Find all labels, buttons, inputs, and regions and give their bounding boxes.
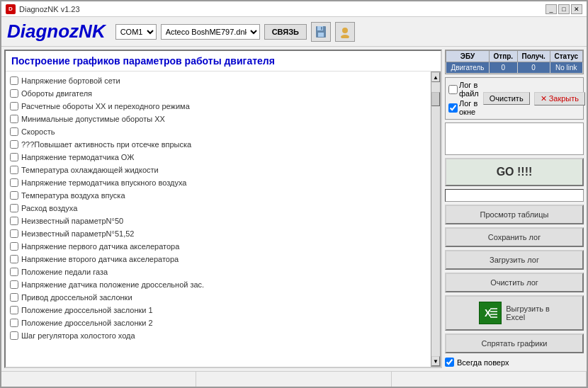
param-label-12: Неизвестный параметрN°51,52 xyxy=(21,229,134,238)
param-checkbox-7[interactable] xyxy=(10,166,18,174)
toolbar: DiagnozNK COM1 COM2 COM3 Acteco BoshME79… xyxy=(1,17,587,47)
excel-icon: X xyxy=(479,302,502,324)
title-bar: D DiagnozNK v1.23 _ □ ✕ xyxy=(1,1,587,17)
log-to-file-label: Лог в файл xyxy=(459,81,479,98)
maximize-button[interactable]: □ xyxy=(558,4,570,14)
param-label-7: Температура охлаждающей жидкости xyxy=(21,166,159,174)
checkbox-item: ???Повышает активность при отсечке впрыс… xyxy=(10,138,426,151)
ecu-name: Двигатель xyxy=(446,62,490,74)
param-checkbox-17[interactable] xyxy=(10,293,18,302)
param-label-2: Расчетные обороты ХХ и переходного режим… xyxy=(21,102,190,110)
checkbox-item: Напряжение первого датчика акселератора xyxy=(10,240,426,253)
param-label-6: Напряжение термодатчика ОЖ xyxy=(21,153,134,161)
log-controls: Лог в файл Лог в окне Очистить ✕ Закрыть xyxy=(445,77,584,120)
param-label-10: Расход воздуха xyxy=(21,204,77,212)
scroll-thumb[interactable] xyxy=(431,92,440,106)
log-to-file-checkbox-row: Лог в файл xyxy=(448,81,479,98)
received-col-header: Получ. xyxy=(517,51,550,62)
param-label-1: Обороты двигателя xyxy=(21,89,92,98)
ecu-data-table: ЭБУ Отпр. Получ. Статус Двигатель00No li… xyxy=(446,50,583,74)
go-button[interactable]: GO !!!! xyxy=(445,158,584,186)
param-label-20: Шаг регулятора холостого хода xyxy=(21,331,135,340)
param-checkbox-2[interactable] xyxy=(10,102,18,110)
log-to-window-checkbox[interactable] xyxy=(448,103,458,113)
close-window-button[interactable]: ✕ xyxy=(571,4,582,14)
main-area: Построение графиков параметров работы дв… xyxy=(1,47,587,371)
param-checkbox-3[interactable] xyxy=(10,115,18,123)
scrollbar-vertical[interactable]: ▲ ▼ xyxy=(431,72,441,367)
log-to-file-checkbox[interactable] xyxy=(448,85,458,94)
param-checkbox-6[interactable] xyxy=(10,153,18,161)
param-checkbox-16[interactable] xyxy=(10,280,18,289)
ecu-col-header: ЭБУ xyxy=(446,51,490,62)
checkbox-item: Напряжение термодатчика впускного воздух… xyxy=(10,176,426,189)
param-checkbox-15[interactable] xyxy=(10,268,18,276)
checkbox-item: Обороты двигателя xyxy=(10,87,426,100)
checkbox-item: Привод дроссельной заслонки xyxy=(10,291,426,304)
param-label-17: Привод дроссельной заслонки xyxy=(21,293,132,302)
svg-point-4 xyxy=(342,28,348,33)
checkbox-item: Напряжение термодатчика ОЖ xyxy=(10,151,426,164)
param-checkbox-14[interactable] xyxy=(10,255,18,263)
scroll-up-arrow[interactable]: ▲ xyxy=(431,72,440,82)
param-label-14: Напряжение второго датчика акселератора xyxy=(21,255,179,263)
main-window: D DiagnozNK v1.23 _ □ ✕ DiagnozNK COM1 C… xyxy=(0,0,588,388)
scroll-down-arrow[interactable]: ▼ xyxy=(431,356,440,366)
dnk-file-select[interactable]: Acteco BoshME797.dnk xyxy=(161,24,260,40)
always-on-top-label: Всегда поверх xyxy=(457,358,509,367)
svg-rect-2 xyxy=(318,33,324,37)
clear-log-inline-button[interactable]: Очистить xyxy=(483,92,530,105)
param-checkbox-0[interactable] xyxy=(10,76,18,85)
param-label-0: Напряжение бортовой сети xyxy=(21,76,120,85)
view-table-button[interactable]: Просмотр таблицы xyxy=(445,205,584,224)
param-checkbox-20[interactable] xyxy=(10,331,18,340)
close-button[interactable]: ✕ Закрыть xyxy=(534,92,585,105)
export-excel-button[interactable]: X Выгрузить вExcel xyxy=(445,295,584,331)
param-checkbox-11[interactable] xyxy=(10,217,18,225)
param-checkbox-8[interactable] xyxy=(10,178,18,187)
user-button[interactable] xyxy=(335,22,355,42)
checkbox-item: Положение дроссельной заслонки 2 xyxy=(10,316,426,329)
log-area xyxy=(445,122,584,155)
param-checkbox-1[interactable] xyxy=(10,89,18,98)
close-label: Закрыть xyxy=(549,94,579,103)
param-checkbox-10[interactable] xyxy=(10,204,18,212)
title-controls: _ □ ✕ xyxy=(545,4,582,14)
minimize-button[interactable]: _ xyxy=(545,4,557,14)
checkbox-item: Положение дроссельной заслонки 1 xyxy=(10,304,426,316)
ecu-table-row[interactable]: Двигатель00No link xyxy=(446,62,583,74)
status-item-1 xyxy=(1,372,196,387)
param-checkbox-9[interactable] xyxy=(10,191,18,200)
save-log-button[interactable]: Сохранить лог xyxy=(445,227,584,247)
sent-col-header: Отпр. xyxy=(489,51,517,62)
save-button[interactable] xyxy=(311,22,331,42)
param-label-16: Напряжение датчика положение дроссельной… xyxy=(21,280,204,289)
param-checkbox-19[interactable] xyxy=(10,319,18,327)
always-on-top-row: Всегда поверх xyxy=(445,356,584,368)
param-checkbox-5[interactable] xyxy=(10,140,18,149)
connect-button[interactable]: СВЯЗЬ xyxy=(264,24,307,40)
checkbox-item: Минимальные допустимые обороты ХХ xyxy=(10,113,426,125)
progress-bar xyxy=(445,189,584,202)
left-panel: Построение графиков параметров работы дв… xyxy=(4,50,442,368)
status-item-2 xyxy=(196,372,391,387)
right-panel: ЭБУ Отпр. Получ. Статус Двигатель00No li… xyxy=(445,47,587,371)
checkbox-item: Неизвестный параметрN°50 xyxy=(10,215,426,227)
load-log-button[interactable]: Загрузить лог xyxy=(445,250,584,270)
checkbox-item: Неизвестный параметрN°51,52 xyxy=(10,227,426,240)
param-checkbox-13[interactable] xyxy=(10,242,18,251)
hide-charts-button[interactable]: Спрятать графики xyxy=(445,333,584,353)
panel-title: Построение графиков параметров работы дв… xyxy=(6,51,441,72)
clear-log-button[interactable]: Очистить лог xyxy=(445,273,584,292)
param-checkbox-12[interactable] xyxy=(10,229,18,238)
status-bar xyxy=(1,371,587,387)
close-x-icon: ✕ xyxy=(541,94,547,103)
param-checkbox-18[interactable] xyxy=(10,306,18,314)
title-bar-left: D DiagnozNK v1.23 xyxy=(6,4,80,14)
always-on-top-checkbox[interactable] xyxy=(445,358,454,367)
param-checkbox-4[interactable] xyxy=(10,127,18,136)
ecu-received: 0 xyxy=(517,62,550,74)
param-label-4: Скорость xyxy=(21,127,55,136)
com-port-select[interactable]: COM1 COM2 COM3 xyxy=(115,24,157,40)
param-label-13: Напряжение первого датчика акселератора xyxy=(21,242,179,251)
